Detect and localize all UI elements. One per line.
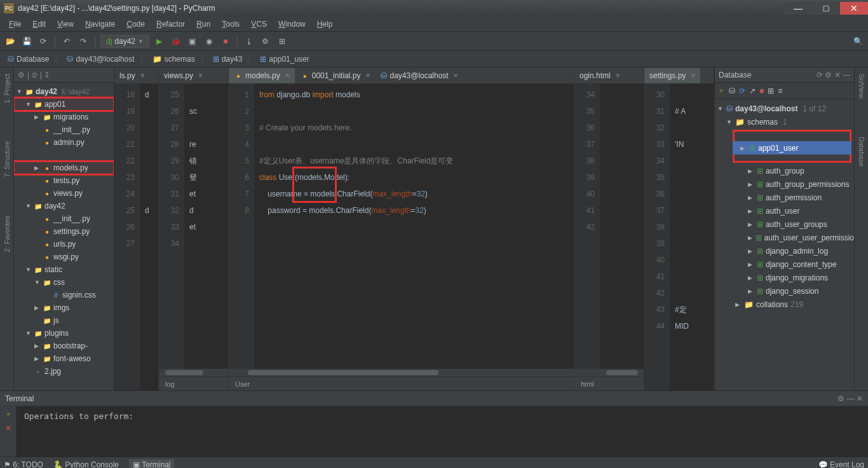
tab-terminal[interactable]: ▣ Terminal (129, 459, 174, 469)
coverage-icon[interactable]: ▣ (186, 35, 199, 48)
terminal-output[interactable]: Operations to perform: (17, 406, 868, 457)
project-item-settings.py[interactable]: ●settings.py (14, 225, 114, 238)
project-item-static[interactable]: ▼📁static (14, 263, 114, 276)
minimize-button[interactable]: — (784, 2, 812, 15)
debug-icon[interactable]: 🐞 (170, 35, 182, 48)
project-item-2.jpg[interactable]: ▫2.jpg (14, 365, 114, 378)
project-item-migrations[interactable]: ▶📁migrations (14, 111, 114, 123)
tab-login-html[interactable]: ogin.html× (574, 68, 625, 83)
rail-project[interactable]: 1: Project (3, 74, 11, 103)
stop-icon[interactable]: ■ (219, 35, 232, 48)
menu-tools[interactable]: Tools (217, 18, 245, 31)
project-item-bootstrap-[interactable]: ▶📁bootstrap- (14, 340, 114, 352)
settings-icon[interactable]: ⚙ (259, 35, 272, 48)
close-button[interactable]: ✕ (840, 2, 868, 15)
datasource-properties-icon[interactable]: ⛁ (729, 86, 735, 95)
project-item-__init__.py[interactable]: ●__init__.py (14, 212, 114, 225)
project-item-font-aweso[interactable]: ▶📁font-aweso (14, 352, 114, 365)
menu-vcs[interactable]: VCS (246, 18, 272, 31)
tab-initial[interactable]: ●0001_initial.py× (295, 68, 376, 83)
close-icon[interactable]: × (365, 71, 370, 80)
rail-sciview[interactable]: SciView (858, 74, 865, 99)
project-item-imgs[interactable]: ▶📁imgs (14, 301, 114, 314)
undo-icon[interactable]: ↶ (60, 35, 73, 48)
refresh-icon[interactable]: ⟳ (739, 86, 745, 95)
expand-icon[interactable]: ≡ (778, 86, 782, 95)
table-auth_user_user_permissio[interactable]: ▶⊞auth_user_user_permissio (715, 231, 854, 244)
table-auth_group_permissions[interactable]: ▶⊞auth_group_permissions (715, 177, 854, 191)
menu-edit[interactable]: Edit (27, 18, 51, 31)
close-icon[interactable]: × (616, 71, 620, 80)
search-icon[interactable]: 🔍 (851, 35, 864, 48)
menu-code[interactable]: Code (121, 18, 150, 31)
table-auth_group[interactable]: ▶⊞auth_group (715, 164, 854, 177)
structure-icon[interactable]: ⊞ (276, 35, 288, 48)
table-view-icon[interactable]: ⊞ (768, 86, 774, 95)
breadcrumb-app01_user[interactable]: ⊞ app01_user (256, 53, 313, 65)
stop-icon[interactable]: ■ (759, 86, 764, 95)
table-app01-user[interactable]: ▶⊞ app01_user (733, 141, 851, 155)
table-django_migrations[interactable]: ▶⊞django_migrations (715, 271, 854, 284)
run-config-selector[interactable]: djday42▼ (100, 35, 149, 48)
open-icon[interactable]: 📂 (4, 35, 17, 48)
menu-run[interactable]: Run (191, 18, 215, 31)
close-icon[interactable]: ✕ (5, 423, 11, 432)
table-django_session[interactable]: ▶⊞django_session (715, 284, 854, 298)
menu-navigate[interactable]: Navigate (80, 18, 120, 31)
close-icon[interactable]: × (140, 71, 145, 80)
redo-icon[interactable]: ↷ (77, 35, 90, 48)
project-item-app01[interactable]: ▼📁app01 (14, 98, 114, 111)
add-icon[interactable]: ＋ (717, 85, 725, 96)
project-item-signin.css[interactable]: #signin.css (14, 289, 114, 301)
tab-settings[interactable]: settings.py× (644, 68, 700, 83)
project-item-urls.py[interactable]: ●urls.py (14, 238, 114, 251)
menu-refactor[interactable]: Refactor (151, 18, 190, 31)
project-item-css[interactable]: ▼📁css (14, 276, 114, 289)
tab-ls[interactable]: ls.py× (114, 68, 150, 83)
table-django_content_type[interactable]: ▶⊞django_content_type (715, 258, 854, 271)
table-auth_user[interactable]: ▶⊞auth_user (715, 204, 854, 217)
collations-node[interactable]: ▶📁collations 219 (715, 298, 854, 311)
table-django_admin_log[interactable]: ▶⊞django_admin_log (715, 244, 854, 258)
datasource-node[interactable]: ▼⛁ day43@localhost 1 of 12 (715, 102, 854, 115)
vcs-icon[interactable]: ⭳ (243, 35, 255, 48)
breadcrumb-schemas[interactable]: 📁 schemas (149, 53, 199, 65)
menu-view[interactable]: View (52, 18, 79, 31)
project-item-admin.py[interactable]: ●admin.py (14, 136, 114, 149)
run-icon[interactable]: ▶ (153, 35, 166, 48)
project-item-plugins[interactable]: ▼📁plugins (14, 327, 114, 340)
close-icon[interactable]: × (454, 71, 458, 80)
close-icon[interactable]: × (198, 71, 203, 80)
jump-icon[interactable]: ↗ (749, 86, 756, 95)
refresh-icon[interactable]: ⟳ (37, 35, 50, 48)
code-editor[interactable]: 12345678 from django.db import models# C… (229, 84, 574, 369)
gear-icon[interactable]: ⚙ (18, 71, 25, 79)
breadcrumb-day43[interactable]: ⊞ day43 (209, 53, 247, 65)
menu-window[interactable]: Window (273, 18, 311, 31)
menu-help[interactable]: Help (312, 18, 338, 31)
project-item-tests.py[interactable]: ●tests.py (14, 174, 114, 187)
add-icon[interactable]: ＋ (4, 409, 12, 420)
project-item-views.py[interactable]: ●views.py (14, 187, 114, 200)
schemas-node[interactable]: ▼📁 schemas 1 (715, 115, 854, 128)
breadcrumb-day43@localhost[interactable]: ⛁ day43@localhost (63, 53, 138, 65)
project-item-models.py[interactable]: ▶●models.py (14, 162, 114, 174)
rail-database[interactable]: Database (858, 137, 865, 167)
tab-python-console[interactable]: 🐍 Python Console (53, 460, 119, 469)
save-icon[interactable]: 💾 (20, 35, 33, 48)
menu-file[interactable]: File (4, 18, 26, 31)
close-icon[interactable]: × (285, 71, 290, 80)
profile-icon[interactable]: ◉ (203, 35, 215, 48)
project-item-day42[interactable]: ▼📁day42 (14, 200, 114, 212)
tab-db-console[interactable]: ⛁day43@localhost× (376, 68, 463, 83)
tab-models[interactable]: ●models.py× (229, 68, 295, 83)
close-icon[interactable]: × (691, 71, 695, 80)
table-auth_permission[interactable]: ▶⊞auth_permission (715, 191, 854, 204)
event-log[interactable]: 💬 Event Log (818, 460, 864, 469)
tab-views[interactable]: views.py× (159, 68, 208, 83)
table-auth_user_groups[interactable]: ▶⊞auth_user_groups (715, 217, 854, 231)
maximize-button[interactable]: □ (812, 2, 840, 15)
rail-structure[interactable]: 7: Structure (3, 141, 11, 177)
breadcrumb-Database[interactable]: ⛁ Database (4, 53, 53, 65)
project-item-__init__.py[interactable]: ●__init__.py (14, 123, 114, 136)
